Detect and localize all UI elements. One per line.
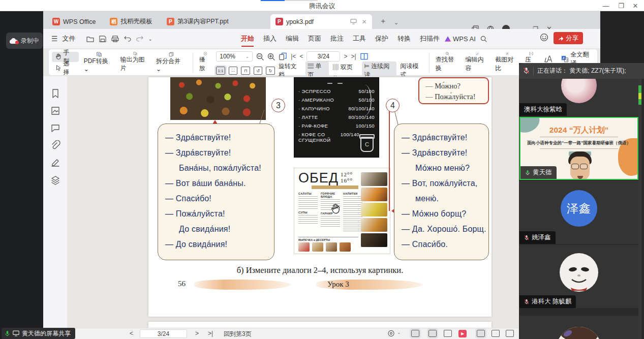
export-image-button[interactable]: 输出为图片 <box>119 51 151 73</box>
view-mode-chevron[interactable]: ⌄ <box>397 330 401 335</box>
signature-pen-icon[interactable] <box>50 158 60 168</box>
pdf-file-icon: P <box>275 18 283 25</box>
quickbar-chevron-icon[interactable]: ⌄ <box>148 36 152 42</box>
coffee-item-name: · РАФ-КОФЕ <box>298 124 328 129</box>
dialog-line: меню́. <box>402 191 488 206</box>
zoom-in-icon[interactable] <box>267 53 275 60</box>
page-indicator-box[interactable]: 3/24 <box>306 51 340 61</box>
statusbar-fit-width-icon[interactable] <box>506 330 514 337</box>
select-tool-button[interactable]: 选择 <box>52 63 79 73</box>
tab-docer-templates[interactable]: 稻 找稻壳模板 <box>105 14 158 29</box>
save-icon[interactable] <box>99 36 106 42</box>
mic-active-icon <box>5 330 10 337</box>
panel-scrollbar[interactable] <box>638 79 641 339</box>
redo-icon[interactable] <box>136 36 143 42</box>
statusbar-fit-window-icon[interactable] <box>477 330 485 337</box>
video-tile-partial[interactable] <box>519 316 638 339</box>
undo-icon[interactable] <box>124 36 131 42</box>
first-page-button[interactable]: |< <box>291 53 296 60</box>
menu-file[interactable]: 文件 <box>58 32 80 45</box>
swap-pages-icon[interactable] <box>279 52 287 60</box>
wps-statusbar: < 3/24 > >| 回到第3页 ⌄ ▶ 100% ⌄ — <box>43 328 519 339</box>
thumbnail-icon[interactable] <box>50 106 60 116</box>
fit-actual-icon[interactable]: 1:1 <box>216 67 225 75</box>
participant-name-pill: 姚泽鑫 <box>519 231 556 244</box>
meeting-maximize-button[interactable]: ❐ <box>615 1 628 10</box>
rotate-left-icon[interactable]: ↺ <box>254 67 263 75</box>
fit-width-icon[interactable]: ⊓ <box>241 67 250 75</box>
screenshot-compare-button[interactable]: 截图对比 <box>494 51 520 73</box>
statusbar-play-button[interactable]: ▶ <box>458 330 467 337</box>
statusbar-continuous-icon[interactable] <box>411 330 419 337</box>
hamburger-icon[interactable]: ☰ <box>51 35 58 43</box>
tab-monitor-icon[interactable] <box>350 19 357 24</box>
edit-content-button[interactable]: 编辑内容 <box>464 51 490 73</box>
split-merge-button[interactable]: 拆分合并 ⌄ <box>155 51 188 73</box>
zoom-out-icon[interactable] <box>256 53 264 60</box>
tab-close-icon[interactable]: ✕ <box>362 18 367 25</box>
meeting-window-title: 腾讯会议 <box>0 2 644 11</box>
open-folder-icon[interactable] <box>86 36 94 42</box>
menu-page[interactable]: 页面 <box>303 32 326 45</box>
share-button[interactable]: 分享 <box>554 32 583 44</box>
layers-icon[interactable] <box>50 175 60 185</box>
mic-active-icon <box>525 170 530 176</box>
menu-edit[interactable]: 编辑 <box>281 32 303 45</box>
statusbar-fit-page-icon[interactable] <box>492 330 500 337</box>
fit-page-icon[interactable]: ⛶ <box>229 67 238 75</box>
next-page-button[interactable]: > <box>344 53 347 60</box>
statusbar-last-page[interactable]: >| <box>208 330 213 337</box>
dialog-line: Мо́жно меню́? <box>402 161 488 176</box>
bookmark-icon[interactable] <box>50 88 60 99</box>
last-page-button[interactable]: >| <box>351 53 356 60</box>
pdf-convert-button[interactable]: PDF转换 ⌄ <box>83 51 115 73</box>
recording-badge[interactable]: 录制中 <box>6 33 43 49</box>
video-tile-huangtiande[interactable]: 2024 “万人计划” 面向小语种专业的“一带一路”国家暑期研修班（俄语） 黄天… <box>519 117 638 180</box>
zoom-select[interactable]: 100%⌄ <box>216 51 253 61</box>
tab-ppt-file[interactable]: P 第3课内容PPT.ppt <box>162 14 263 29</box>
menu-convert[interactable]: 转换 <box>393 32 415 45</box>
screen-icon <box>13 330 19 336</box>
menu-search-icon[interactable] <box>480 36 487 42</box>
menu-tools[interactable]: 工具 <box>348 32 371 45</box>
play-button[interactable]: 播放 <box>198 51 212 73</box>
video-tile-yaozexin[interactable]: 泽鑫 姚泽鑫 <box>519 181 638 244</box>
attachment-icon[interactable] <box>50 140 60 150</box>
dialog-line: Бана́ны, пожа́луйста! <box>165 161 274 176</box>
menu-home[interactable]: 开始 <box>236 32 259 45</box>
tab-pdf-file-active[interactable]: P ypok3.pdf ✕ <box>270 14 372 29</box>
statusbar-next-page[interactable]: > <box>195 330 199 337</box>
statusbar-single-page-icon[interactable] <box>428 330 437 337</box>
menu-comment[interactable]: 批注 <box>326 32 348 45</box>
statusbar-double-page-icon[interactable] <box>444 330 452 337</box>
statusbar-prev-page[interactable]: < <box>130 330 133 337</box>
tab-label: ypok3.pdf <box>286 18 347 25</box>
meeting-minimize-button[interactable]: — <box>599 1 612 10</box>
find-replace-button[interactable]: 查找替换 <box>435 51 461 73</box>
pdf-convert-icon <box>94 52 104 57</box>
video-tile-xuzihan[interactable]: 澳科大徐紫晗 <box>519 79 638 116</box>
back-to-page-button[interactable]: 回到第3页 <box>224 330 252 338</box>
menu-scan[interactable]: 扫描件 <box>415 32 444 45</box>
book-view-icon[interactable] <box>360 52 369 60</box>
rotate-right-icon[interactable]: ↻ <box>266 67 275 75</box>
view-mode-eye-icon[interactable] <box>387 330 395 337</box>
tab-list-chevron[interactable]: ⌄ <box>394 19 398 26</box>
statusbar-page-box[interactable]: 3/24 <box>140 329 187 338</box>
menu-protect[interactable]: 保护 <box>371 32 393 45</box>
new-tab-button[interactable]: ＋ <box>379 16 387 26</box>
dialog3-number-circle: 3 <box>271 99 285 112</box>
prev-page-button[interactable]: < <box>299 53 303 60</box>
comment-icon[interactable] <box>50 123 60 133</box>
cursor-icon <box>55 65 62 71</box>
coffee-menu-board: · ЭСПРЕССО50/100 · АМЕРИКАНО50/100 · КАП… <box>294 77 379 158</box>
mic-muted-icon[interactable] <box>523 67 530 75</box>
menu-insert[interactable]: 插入 <box>259 32 281 45</box>
print-icon[interactable] <box>111 36 119 42</box>
meeting-close-button[interactable]: ✕ <box>629 1 642 10</box>
menu-wps-ai[interactable]: WPS AI <box>451 33 480 45</box>
feedback-smiley-icon[interactable] <box>540 33 548 42</box>
read-aloud-icon[interactable] <box>544 55 554 63</box>
video-tile-chenyuqi[interactable]: 港科大 陈毓麒 <box>519 245 638 308</box>
tab-wps-office[interactable]: W WPS Office <box>47 14 101 29</box>
